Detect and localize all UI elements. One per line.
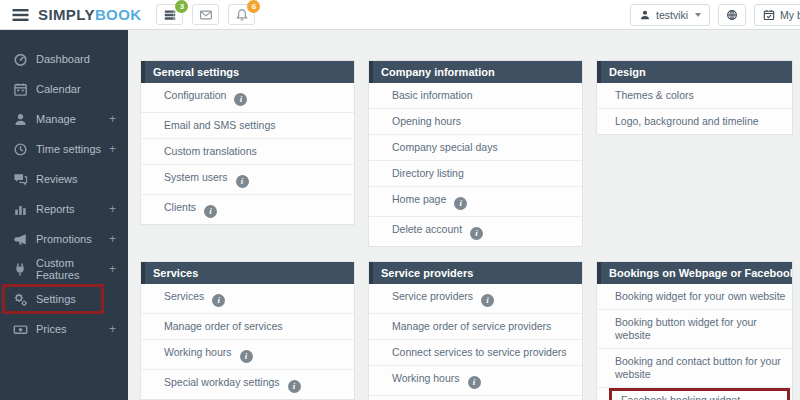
sidebar-item-promotions[interactable]: Promotions+ <box>0 224 128 254</box>
info-icon[interactable]: i <box>470 227 483 240</box>
menu-item-label: Home page <box>392 193 446 205</box>
menu-item-booking-button-widget-for-your-website[interactable]: Booking button widget for your website <box>597 310 792 349</box>
menu-item-booking-and-contact-button-for-your-website[interactable]: Booking and contact button for your webs… <box>597 349 792 388</box>
settings-grid: General settingsConfigurationiEmail and … <box>128 30 800 400</box>
sidebar-item-label: Manage <box>36 113 76 125</box>
info-icon[interactable]: i <box>236 175 249 188</box>
menu-item-label: Logo, background and timeline <box>615 115 759 127</box>
card-general-settings: General settingsConfigurationiEmail and … <box>140 60 355 225</box>
menu-item-service-providers[interactable]: Service providersi <box>369 284 582 314</box>
sidebar-item-label: Reports <box>36 203 75 215</box>
menu-item-system-users[interactable]: System usersi <box>141 165 354 195</box>
info-icon[interactable]: i <box>468 376 481 389</box>
menu-item-working-hours[interactable]: Working hoursi <box>141 340 354 370</box>
bookings-queue-button[interactable]: 3 <box>156 4 183 25</box>
info-icon[interactable]: i <box>454 197 467 210</box>
menu-item-company-special-days[interactable]: Company special days <box>369 135 582 161</box>
menu-item-label: Connect services to service providers <box>392 346 567 358</box>
menu-item-label: Delete account <box>392 223 462 235</box>
info-icon[interactable]: i <box>240 350 253 363</box>
sidebar-item-settings[interactable]: Settings <box>0 284 128 314</box>
logo-text-primary: SIMPLY <box>38 6 95 23</box>
menu-item-opening-hours[interactable]: Opening hours <box>369 109 582 135</box>
card-title: Bookings on Webpage or Facebook <box>597 262 792 284</box>
menu-item-facebook-booking-widget[interactable]: Facebook booking widget <box>609 388 790 400</box>
sidebar-item-label: Dashboard <box>36 53 90 65</box>
expand-plus-icon[interactable]: + <box>109 262 116 276</box>
info-icon[interactable]: i <box>288 380 301 393</box>
menu-item-booking-widget-for-your-own-website[interactable]: Booking widget for your own website <box>597 284 792 310</box>
menu-item-manage-order-of-services[interactable]: Manage order of services <box>141 314 354 340</box>
card-title: Design <box>597 61 792 83</box>
menu-item-special-workday-settings[interactable]: Special workday settingsi <box>369 396 582 400</box>
expand-plus-icon[interactable]: + <box>109 232 116 246</box>
menu-item-label: Special workday settings <box>164 376 280 388</box>
menu-item-manage-order-of-service-providers[interactable]: Manage order of service providers <box>369 314 582 340</box>
card-title: Company information <box>369 61 582 83</box>
menu-item-delete-account[interactable]: Delete accounti <box>369 217 582 246</box>
menu-item-label: Working hours <box>392 372 460 384</box>
sidebar-item-reviews[interactable]: Reviews <box>0 164 128 194</box>
menu-item-label: Booking button widget for your website <box>615 316 757 341</box>
expand-plus-icon[interactable]: + <box>109 322 116 336</box>
alerts-button[interactable]: 6 <box>228 4 255 25</box>
menu-item-label: Custom translations <box>164 145 257 157</box>
expand-plus-icon[interactable]: + <box>109 112 116 126</box>
clock-icon <box>13 142 28 157</box>
info-icon[interactable]: i <box>204 205 217 218</box>
menu-item-label: Clients <box>164 201 196 213</box>
menu-item-home-page[interactable]: Home pagei <box>369 187 582 217</box>
megaphone-icon <box>13 232 28 247</box>
menu-item-label: System users <box>164 171 228 183</box>
sidebar-item-time-settings[interactable]: Time settings+ <box>0 134 128 164</box>
expand-plus-icon[interactable]: + <box>109 202 116 216</box>
info-icon[interactable]: i <box>212 294 225 307</box>
menu-item-directory-listing[interactable]: Directory listing <box>369 161 582 187</box>
menu-item-label: Manage order of service providers <box>392 320 551 332</box>
sidebar-item-calendar[interactable]: Calendar <box>0 74 128 104</box>
menu-item-working-hours[interactable]: Working hoursi <box>369 366 582 396</box>
dashboard-icon <box>13 52 28 67</box>
menu-item-clients[interactable]: Clientsi <box>141 195 354 224</box>
menu-item-custom-translations[interactable]: Custom translations <box>141 139 354 165</box>
sidebar-item-manage[interactable]: Manage+ <box>0 104 128 134</box>
sidebar-item-prices[interactable]: Prices+ <box>0 314 128 344</box>
menu-item-logo-background-and-timeline[interactable]: Logo, background and timeline <box>597 109 792 134</box>
booking-site-label: My booking si <box>780 9 800 21</box>
sidebar-item-custom-features[interactable]: Custom Features+ <box>0 254 128 284</box>
menu-item-configuration[interactable]: Configurationi <box>141 83 354 113</box>
menu-item-label: Booking and contact button for your webs… <box>615 355 781 380</box>
user-icon <box>13 112 28 127</box>
mail-icon <box>199 8 213 22</box>
menu-item-basic-information[interactable]: Basic information <box>369 83 582 109</box>
menu-item-label: Services <box>164 290 204 302</box>
info-icon[interactable]: i <box>481 294 494 307</box>
menu-item-label: Directory listing <box>392 167 464 179</box>
expand-plus-icon[interactable]: + <box>109 142 116 156</box>
language-globe-button[interactable] <box>718 4 746 26</box>
menu-item-special-workday-settings[interactable]: Special workday settingsi <box>141 370 354 399</box>
messages-button[interactable] <box>192 4 219 25</box>
menu-item-label: Configuration <box>164 89 226 101</box>
info-icon[interactable]: i <box>234 93 247 106</box>
logo-text-accent: BOOK <box>95 6 142 23</box>
card-company-information: Company informationBasic informationOpen… <box>368 60 583 247</box>
sidebar-item-dashboard[interactable]: Dashboard <box>0 44 128 74</box>
booking-site-button[interactable]: My booking si <box>754 4 800 26</box>
menu-item-label: Themes & colors <box>615 89 694 101</box>
plug-icon <box>13 262 28 277</box>
notification-buttons: 36 <box>156 4 255 25</box>
menu-item-connect-services-to-service-providers[interactable]: Connect services to service providers <box>369 340 582 366</box>
user-menu-button[interactable]: testviki <box>630 4 710 26</box>
topbar-right-group: testviki My booking si <box>630 4 800 26</box>
sidebar-item-reports[interactable]: Reports+ <box>0 194 128 224</box>
card-services: ServicesServicesiManage order of service… <box>140 261 355 400</box>
menu-item-email-and-sms-settings[interactable]: Email and SMS settings <box>141 113 354 139</box>
menu-item-label: Service providers <box>392 290 473 302</box>
hamburger-menu-icon[interactable] <box>12 8 29 22</box>
sidebar-item-label: Prices <box>36 323 67 335</box>
menu-item-services[interactable]: Servicesi <box>141 284 354 314</box>
menu-item-themes-colors[interactable]: Themes & colors <box>597 83 792 109</box>
user-icon <box>639 9 651 21</box>
app-logo[interactable]: SIMPLYBOOK <box>38 6 141 23</box>
